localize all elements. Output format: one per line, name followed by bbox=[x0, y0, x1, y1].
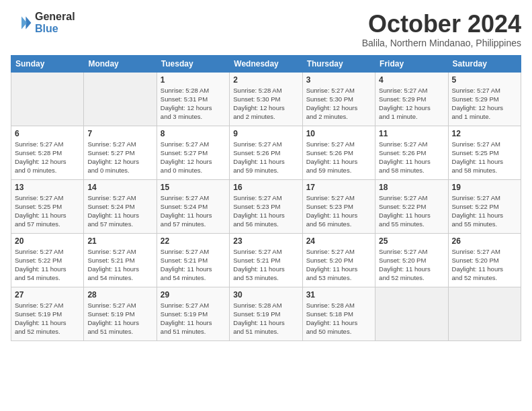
calendar-cell bbox=[375, 287, 448, 340]
day-number: 22 bbox=[161, 236, 226, 246]
day-info: Sunrise: 5:28 AM Sunset: 5:30 PM Dayligh… bbox=[233, 86, 298, 122]
calendar-cell: 7Sunrise: 5:27 AM Sunset: 5:27 PM Daylig… bbox=[84, 126, 157, 179]
calendar-cell: 9Sunrise: 5:27 AM Sunset: 5:26 PM Daylig… bbox=[230, 126, 302, 179]
calendar-week-5: 27Sunrise: 5:27 AM Sunset: 5:19 PM Dayli… bbox=[11, 287, 521, 340]
logo-text: General Blue bbox=[35, 11, 75, 34]
day-number: 18 bbox=[379, 183, 444, 192]
day-info: Sunrise: 5:27 AM Sunset: 5:28 PM Dayligh… bbox=[15, 140, 80, 175]
day-number: 21 bbox=[87, 236, 152, 246]
day-number: 24 bbox=[306, 236, 371, 246]
calendar-cell: 11Sunrise: 5:27 AM Sunset: 5:26 PM Dayli… bbox=[375, 126, 448, 179]
day-number: 29 bbox=[161, 290, 226, 300]
day-number: 11 bbox=[379, 129, 444, 138]
calendar-cell: 14Sunrise: 5:27 AM Sunset: 5:24 PM Dayli… bbox=[84, 179, 157, 233]
calendar-body: 1Sunrise: 5:28 AM Sunset: 5:31 PM Daylig… bbox=[11, 72, 521, 340]
page-header: General Blue October 2024 Balila, Northe… bbox=[11, 11, 521, 48]
logo-blue: Blue bbox=[35, 23, 75, 35]
day-info: Sunrise: 5:27 AM Sunset: 5:20 PM Dayligh… bbox=[306, 247, 371, 283]
column-header-thursday: Thursday bbox=[302, 55, 375, 72]
day-number: 31 bbox=[306, 290, 371, 300]
calendar-cell: 29Sunrise: 5:27 AM Sunset: 5:19 PM Dayli… bbox=[157, 287, 229, 340]
calendar-cell: 6Sunrise: 5:27 AM Sunset: 5:28 PM Daylig… bbox=[11, 126, 84, 179]
day-number: 5 bbox=[452, 75, 517, 85]
calendar-cell: 4Sunrise: 5:27 AM Sunset: 5:29 PM Daylig… bbox=[375, 72, 448, 126]
day-info: Sunrise: 5:27 AM Sunset: 5:26 PM Dayligh… bbox=[306, 140, 371, 175]
day-number: 23 bbox=[233, 236, 298, 246]
day-info: Sunrise: 5:27 AM Sunset: 5:20 PM Dayligh… bbox=[379, 247, 444, 283]
day-info: Sunrise: 5:27 AM Sunset: 5:21 PM Dayligh… bbox=[87, 247, 152, 283]
day-number: 10 bbox=[306, 129, 371, 138]
day-info: Sunrise: 5:27 AM Sunset: 5:23 PM Dayligh… bbox=[306, 193, 371, 229]
day-info: Sunrise: 5:27 AM Sunset: 5:19 PM Dayligh… bbox=[161, 301, 226, 336]
day-info: Sunrise: 5:28 AM Sunset: 5:18 PM Dayligh… bbox=[306, 301, 371, 336]
title-block: October 2024 Balila, Northern Mindanao, … bbox=[362, 11, 521, 48]
calendar-week-2: 6Sunrise: 5:27 AM Sunset: 5:28 PM Daylig… bbox=[11, 126, 521, 179]
calendar-cell: 24Sunrise: 5:27 AM Sunset: 5:20 PM Dayli… bbox=[302, 233, 375, 287]
calendar-cell: 30Sunrise: 5:28 AM Sunset: 5:19 PM Dayli… bbox=[230, 287, 302, 340]
day-info: Sunrise: 5:27 AM Sunset: 5:19 PM Dayligh… bbox=[87, 301, 152, 336]
day-info: Sunrise: 5:27 AM Sunset: 5:29 PM Dayligh… bbox=[452, 86, 517, 122]
day-info: Sunrise: 5:27 AM Sunset: 5:29 PM Dayligh… bbox=[379, 86, 444, 122]
day-number: 17 bbox=[306, 183, 371, 192]
day-number: 9 bbox=[233, 129, 298, 138]
day-number: 19 bbox=[452, 183, 517, 192]
day-info: Sunrise: 5:27 AM Sunset: 5:21 PM Dayligh… bbox=[161, 247, 226, 283]
day-info: Sunrise: 5:27 AM Sunset: 5:19 PM Dayligh… bbox=[15, 301, 80, 336]
calendar-cell: 23Sunrise: 5:27 AM Sunset: 5:21 PM Dayli… bbox=[230, 233, 302, 287]
logo-general: General bbox=[35, 11, 75, 23]
calendar-cell: 21Sunrise: 5:27 AM Sunset: 5:21 PM Dayli… bbox=[84, 233, 157, 287]
day-number: 13 bbox=[15, 183, 80, 192]
day-number: 4 bbox=[379, 75, 444, 85]
day-info: Sunrise: 5:27 AM Sunset: 5:26 PM Dayligh… bbox=[379, 140, 444, 175]
day-number: 1 bbox=[161, 75, 226, 85]
calendar-week-4: 20Sunrise: 5:27 AM Sunset: 5:22 PM Dayli… bbox=[11, 233, 521, 287]
column-header-friday: Friday bbox=[375, 55, 448, 72]
day-number: 28 bbox=[87, 290, 152, 300]
month-title: October 2024 bbox=[362, 11, 521, 38]
calendar-cell: 13Sunrise: 5:27 AM Sunset: 5:25 PM Dayli… bbox=[11, 179, 84, 233]
location-subtitle: Balila, Northern Mindanao, Philippines bbox=[362, 38, 521, 48]
column-header-wednesday: Wednesday bbox=[230, 55, 302, 72]
calendar-cell: 16Sunrise: 5:27 AM Sunset: 5:23 PM Dayli… bbox=[230, 179, 302, 233]
calendar-cell: 26Sunrise: 5:27 AM Sunset: 5:20 PM Dayli… bbox=[448, 233, 521, 287]
calendar-cell bbox=[11, 72, 84, 126]
logo: General Blue bbox=[11, 11, 75, 34]
day-info: Sunrise: 5:28 AM Sunset: 5:19 PM Dayligh… bbox=[233, 301, 298, 336]
calendar-cell: 8Sunrise: 5:27 AM Sunset: 5:27 PM Daylig… bbox=[157, 126, 229, 179]
calendar-cell: 15Sunrise: 5:27 AM Sunset: 5:24 PM Dayli… bbox=[157, 179, 229, 233]
day-number: 12 bbox=[452, 129, 517, 138]
calendar-cell bbox=[448, 287, 521, 340]
day-info: Sunrise: 5:27 AM Sunset: 5:30 PM Dayligh… bbox=[306, 86, 371, 122]
day-number: 15 bbox=[161, 183, 226, 192]
day-info: Sunrise: 5:27 AM Sunset: 5:22 PM Dayligh… bbox=[379, 193, 444, 229]
day-number: 30 bbox=[233, 290, 298, 300]
day-number: 2 bbox=[233, 75, 298, 85]
day-info: Sunrise: 5:27 AM Sunset: 5:21 PM Dayligh… bbox=[233, 247, 298, 283]
calendar-cell: 1Sunrise: 5:28 AM Sunset: 5:31 PM Daylig… bbox=[157, 72, 229, 126]
calendar-cell: 17Sunrise: 5:27 AM Sunset: 5:23 PM Dayli… bbox=[302, 179, 375, 233]
calendar-cell: 28Sunrise: 5:27 AM Sunset: 5:19 PM Dayli… bbox=[84, 287, 157, 340]
day-number: 16 bbox=[233, 183, 298, 192]
day-number: 25 bbox=[379, 236, 444, 246]
calendar-cell: 19Sunrise: 5:27 AM Sunset: 5:22 PM Dayli… bbox=[448, 179, 521, 233]
column-header-sunday: Sunday bbox=[11, 55, 84, 72]
calendar-cell: 2Sunrise: 5:28 AM Sunset: 5:30 PM Daylig… bbox=[230, 72, 302, 126]
column-header-saturday: Saturday bbox=[448, 55, 521, 72]
day-info: Sunrise: 5:27 AM Sunset: 5:27 PM Dayligh… bbox=[87, 140, 152, 175]
day-info: Sunrise: 5:27 AM Sunset: 5:20 PM Dayligh… bbox=[452, 247, 517, 283]
calendar-cell: 25Sunrise: 5:27 AM Sunset: 5:20 PM Dayli… bbox=[375, 233, 448, 287]
calendar-week-3: 13Sunrise: 5:27 AM Sunset: 5:25 PM Dayli… bbox=[11, 179, 521, 233]
day-info: Sunrise: 5:27 AM Sunset: 5:24 PM Dayligh… bbox=[87, 193, 152, 229]
calendar-cell: 22Sunrise: 5:27 AM Sunset: 5:21 PM Dayli… bbox=[157, 233, 229, 287]
calendar-header: SundayMondayTuesdayWednesdayThursdayFrid… bbox=[11, 55, 521, 72]
day-number: 7 bbox=[87, 129, 152, 138]
day-info: Sunrise: 5:27 AM Sunset: 5:22 PM Dayligh… bbox=[452, 193, 517, 229]
calendar-table: SundayMondayTuesdayWednesdayThursdayFrid… bbox=[11, 55, 521, 341]
day-info: Sunrise: 5:27 AM Sunset: 5:27 PM Dayligh… bbox=[161, 140, 226, 175]
calendar-week-1: 1Sunrise: 5:28 AM Sunset: 5:31 PM Daylig… bbox=[11, 72, 521, 126]
calendar-cell bbox=[84, 72, 157, 126]
calendar-cell: 12Sunrise: 5:27 AM Sunset: 5:25 PM Dayli… bbox=[448, 126, 521, 179]
day-number: 26 bbox=[452, 236, 517, 246]
day-number: 27 bbox=[15, 290, 80, 300]
day-info: Sunrise: 5:27 AM Sunset: 5:25 PM Dayligh… bbox=[15, 193, 80, 229]
